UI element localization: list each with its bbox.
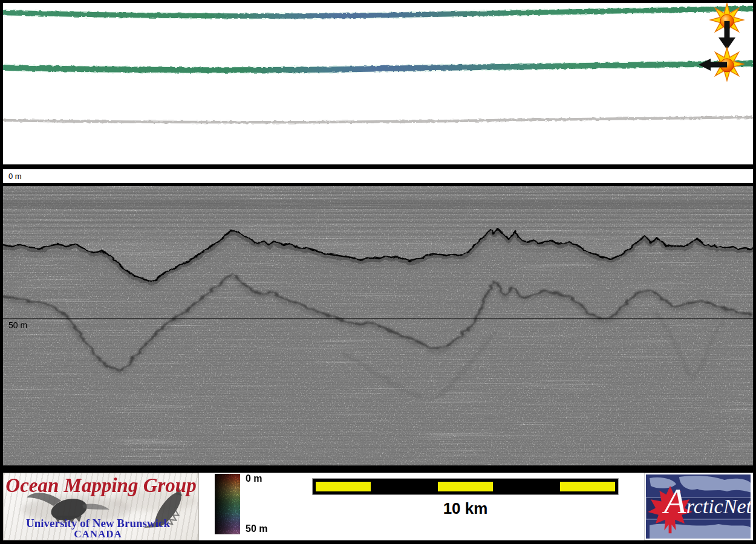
scalebar-segment: [316, 482, 371, 491]
colorbar-top-label: 0 m: [246, 473, 262, 484]
track-map-viewport[interactable]: [3, 3, 753, 164]
omg-viewer-window: 0 m: [0, 0, 756, 544]
omg-logo: Ocean Mapping Group University of New Br…: [3, 473, 199, 540]
scalebar-segment: [438, 482, 493, 491]
depth-line-label: 50 m: [8, 320, 27, 330]
omg-title: Ocean Mapping Group: [4, 474, 198, 497]
arcticnet-wordmark: ArcticNet: [664, 483, 751, 519]
depth-colorbar: [215, 474, 240, 534]
arcticnet-logo-inner: ArcticNet: [646, 474, 751, 539]
subbottom-profile-viewport[interactable]: 50 m: [3, 186, 753, 465]
arcticnet-initial: A: [664, 481, 686, 521]
arcticnet-rest: rcticNet: [686, 495, 751, 517]
footer-bar: Ocean Mapping Group University of New Br…: [3, 473, 753, 540]
map-scalebar: [313, 479, 618, 494]
surface-label-strip: 0 m: [3, 169, 753, 183]
omg-country: CANADA: [4, 528, 192, 540]
scalebar-label: 10 km: [313, 499, 618, 518]
survey-track-lines: [3, 8, 753, 122]
track-map-canvas: [3, 3, 753, 164]
colorbar-shading: [215, 474, 240, 534]
colorbar-bottom-label: 50 m: [246, 523, 267, 534]
arcticnet-logo: ArcticNet: [644, 473, 752, 540]
echogram-canvas: [3, 186, 753, 465]
track-line-3: [3, 117, 753, 122]
surface-depth-label: 0 m: [8, 172, 22, 181]
scalebar-segment: [560, 482, 615, 491]
track-line-2: [3, 63, 753, 70]
